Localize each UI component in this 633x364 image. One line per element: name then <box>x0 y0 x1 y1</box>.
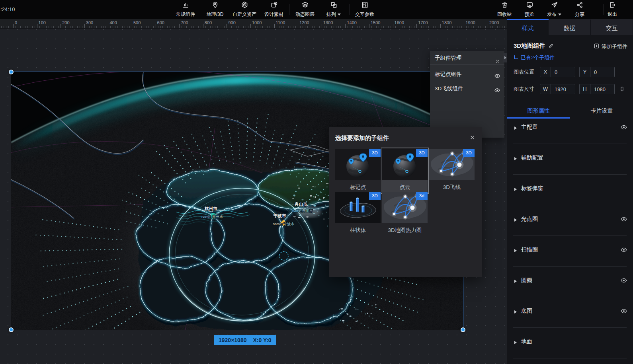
close-icon[interactable] <box>495 55 500 69</box>
badge-3d: 3D <box>369 192 381 200</box>
component-title-row: 3D地图组件 <box>514 42 554 50</box>
w-value: 1920 <box>551 86 575 92</box>
subcomponent-item[interactable]: 标记点组件 <box>430 68 504 81</box>
expand-arrow-icon[interactable] <box>514 157 517 160</box>
selection-handle-bottom-right[interactable] <box>461 327 465 332</box>
badge-3d: 3D <box>416 149 428 157</box>
component-thumbnail: 3D <box>335 149 381 180</box>
expand-arrow-icon[interactable] <box>514 341 517 344</box>
toolbar-item-share[interactable]: 分享 <box>565 0 594 19</box>
modal-component-option[interactable]: 3D柱状体 <box>334 191 382 237</box>
badge-3d: 3d <box>416 192 428 200</box>
modal-component-option[interactable]: 3D3D飞线 <box>428 148 476 194</box>
visibility-eye-icon[interactable] <box>620 124 627 132</box>
component-thumbnail: 3d <box>382 192 428 223</box>
selection-handle-bottom-left[interactable] <box>9 327 14 332</box>
component-option-label: 3D飞线 <box>429 182 475 193</box>
section-光点圈[interactable]: 光点圈 <box>507 212 633 228</box>
modal-component-option[interactable]: 3d3D地图热力图 <box>381 191 429 237</box>
y-prefix: Y <box>580 67 590 77</box>
expand-arrow-icon[interactable] <box>514 249 517 252</box>
section-圆圈[interactable]: 圆圈 <box>507 274 633 290</box>
size-h-input[interactable]: H 1080 <box>579 84 615 94</box>
section-主配置[interactable]: 主配置 <box>507 121 633 136</box>
clock: 4:24:10 <box>0 0 15 19</box>
modal-title: 选择要添加的子组件 <box>335 134 389 142</box>
exit-icon <box>609 1 616 10</box>
inspector-panel: 样式数据交互 3D地图组件 添加子组件 已有2个子组件 图表位置 X 0 Y 0… <box>507 19 633 364</box>
publish-icon <box>551 1 558 10</box>
layers-icon <box>301 1 309 10</box>
expand-arrow-icon[interactable] <box>514 127 517 130</box>
edit-icon[interactable] <box>548 43 554 50</box>
svg-text:name:舟山市: name:舟山市 <box>292 209 313 213</box>
component-thumbnail: 3D <box>429 149 475 180</box>
badge-position: X:0 Y:0 <box>253 335 271 345</box>
x-value: 0 <box>551 69 575 75</box>
section-底图[interactable]: 底图 <box>507 304 633 320</box>
position-y-input[interactable]: Y 0 <box>579 67 615 77</box>
visibility-eye-icon[interactable] <box>620 308 627 316</box>
add-subcomponent-button[interactable]: 添加子组件 <box>594 43 627 50</box>
params-icon <box>361 1 369 10</box>
position-x-input[interactable]: X 0 <box>540 67 575 77</box>
w-prefix: W <box>540 84 551 94</box>
toolbar-item-arrange[interactable]: 排列 <box>318 0 350 19</box>
selection-handle-top-left[interactable] <box>9 70 14 74</box>
arrange-icon <box>330 1 338 10</box>
add-subcomponent-modal: 选择要添加的子组件 3D标记点3D点云3D3D飞线3D柱状体3d3D地图热力图 <box>329 127 482 277</box>
expand-arrow-icon[interactable] <box>514 218 517 222</box>
ruler-horizontal: 0100200300400500600700800900100011001200… <box>0 19 507 29</box>
component-thumbnail: 3D <box>335 192 381 223</box>
add-box-icon <box>594 43 600 50</box>
add-subcomponent-label: 添加子组件 <box>602 43 627 50</box>
toolbar-item-pin[interactable]: 地理/3D <box>199 0 231 19</box>
subcomponent-count-label: 已有2个子组件 <box>521 54 555 61</box>
subcomponent-manager-panel: 子组件管理 标记点组件3D飞线组件 <box>430 51 504 138</box>
toolbar-item-layers[interactable]: 动态图层 <box>289 0 321 19</box>
modal-component-option[interactable]: 3D点云 <box>381 148 429 194</box>
app: 4:24:10 常规组件地理/3D自定义资产设计素材动态图层排列交互参数 回收站… <box>0 0 633 364</box>
badge-3d: 3D <box>463 149 475 157</box>
inspector-tab-数据[interactable]: 数据 <box>549 19 591 35</box>
section-地面[interactable]: 地面 <box>507 335 633 351</box>
expand-arrow-icon[interactable] <box>514 280 517 283</box>
design-icon <box>270 1 278 10</box>
visibility-eye-icon[interactable] <box>620 216 627 224</box>
x-prefix: X <box>540 67 551 77</box>
section-辅助配置[interactable]: 辅助配置 <box>507 151 633 167</box>
inspector-tab-交互[interactable]: 交互 <box>591 19 633 35</box>
section-扫描圈[interactable]: 扫描圈 <box>507 243 633 259</box>
hex-icon <box>241 1 248 10</box>
component-thumbnail: 3D <box>382 149 428 180</box>
inner-tab-卡片设置[interactable]: 卡片设置 <box>570 107 633 115</box>
toolbar-item-hex[interactable]: 自定义资产 <box>229 0 260 19</box>
component-option-label: 3D地图热力图 <box>382 225 428 236</box>
lock-aspect-icon[interactable] <box>619 86 625 94</box>
svg-text:舟山市: 舟山市 <box>294 202 307 206</box>
modal-close-icon[interactable] <box>469 134 475 142</box>
visibility-eye-icon[interactable] <box>620 277 627 286</box>
visibility-eye-icon[interactable] <box>494 86 500 98</box>
subcomponent-count-link[interactable]: 已有2个子组件 <box>514 54 555 61</box>
visibility-eye-icon[interactable] <box>620 246 627 255</box>
panel-collapse-handle[interactable] <box>503 53 507 62</box>
component-option-label: 柱状体 <box>335 225 381 236</box>
toolbar-item-exit[interactable]: 退出 <box>598 0 627 19</box>
trash-icon <box>501 1 508 10</box>
inspector-tab-样式[interactable]: 样式 <box>507 19 549 35</box>
size-w-input[interactable]: W 1920 <box>540 84 575 94</box>
subcomponent-item[interactable]: 3D飞线组件 <box>430 82 504 95</box>
inner-tab-图形属性[interactable]: 图形属性 <box>507 107 570 115</box>
expand-arrow-icon[interactable] <box>514 188 517 191</box>
section-标签弹窗[interactable]: 标签弹窗 <box>507 182 633 198</box>
toolbar-item-params[interactable]: 交互参数 <box>349 0 381 19</box>
modal-component-option[interactable]: 3D标记点 <box>334 148 382 194</box>
chart-icon <box>182 1 190 10</box>
toolbar-item-design[interactable]: 设计素材 <box>258 0 290 19</box>
expand-arrow-icon[interactable] <box>514 310 517 313</box>
toolbar-item-chart[interactable]: 常规组件 <box>170 0 201 19</box>
preview-icon <box>526 1 533 10</box>
toolbar-item-trash[interactable]: 回收站 <box>490 0 519 19</box>
toolbar-item-publish[interactable]: 发布 <box>540 0 569 19</box>
